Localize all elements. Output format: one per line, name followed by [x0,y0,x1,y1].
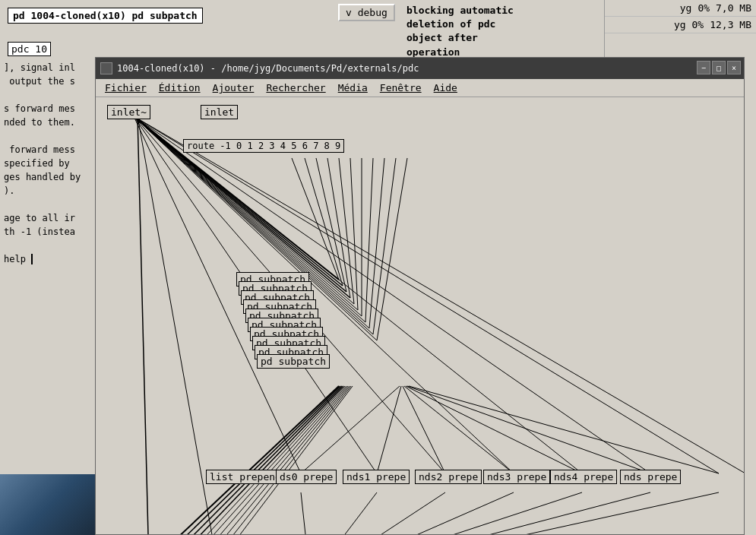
svg-line-28 [179,386,345,534]
menu-aide[interactable]: Aide [428,81,463,95]
stat-label-1: yg [680,2,692,14]
subpatch-titlebar: 1004-cloned(x10) - /home/jyg/Documents/P… [96,58,744,79]
blocking-line3: object after [406,32,478,43]
vdebug-button[interactable]: v debug [338,4,395,21]
menu-rechercher[interactable]: Rechercher [260,81,331,95]
left-text-area: ], signal inl output the s s forward mes… [0,57,99,535]
prepend-ds1[interactable]: nds1 prepe [343,470,410,484]
inlet-object[interactable]: inlet [201,105,238,119]
svg-line-25 [157,386,340,534]
svg-line-36 [403,386,445,473]
menu-edition[interactable]: Édition [153,81,207,95]
svg-line-54 [134,116,719,473]
menu-ajouter[interactable]: Ajouter [207,81,261,95]
prepend-ds3[interactable]: nds3 prepe [483,470,550,484]
svg-line-9 [365,158,373,322]
route-object[interactable]: route -1 0 1 2 3 4 5 6 7 8 9 [183,139,344,153]
svg-line-35 [377,386,401,473]
svg-line-51 [134,116,514,473]
svg-line-2 [292,158,339,280]
svg-line-47 [400,492,719,534]
inlet-tilde-object[interactable]: inlet~ [107,105,150,119]
svg-line-45 [369,492,582,534]
svg-line-34 [301,386,400,473]
svg-line-33 [217,386,353,534]
svg-line-46 [384,492,650,534]
menu-fichier[interactable]: Fichier [99,81,153,95]
svg-line-37 [404,386,514,473]
close-button[interactable]: × [727,61,741,74]
svg-line-6 [339,158,354,304]
subpatch-menubar: Fichier Édition Ajouter Rechercher Média… [96,79,744,97]
svg-line-0 [138,116,149,534]
svg-line-30 [195,386,348,534]
svg-line-11 [373,158,396,334]
subpatch-window: 1004-cloned(x10) - /home/jyg/Documents/P… [95,57,745,535]
subpatch-9[interactable]: pd subpatch [257,354,330,369]
svg-line-41 [301,492,308,534]
stats-area: yg 0% 7,0 MB yg 0% 12,3 MB [604,0,756,57]
restore-button[interactable]: □ [712,61,726,74]
svg-line-40 [409,386,719,473]
svg-line-27 [172,386,343,534]
list-prepend-object[interactable]: list prepend [206,470,285,484]
pdc-label-text: pdc 10 [11,43,47,55]
inlet-tilde-label: inlet~ [111,106,147,118]
minimize-button[interactable]: − [697,61,710,74]
win-controls[interactable]: − □ × [697,61,741,74]
svg-line-10 [369,158,384,328]
svg-line-5 [327,158,350,298]
svg-line-38 [406,386,582,473]
stat-label-2: yg [674,19,686,30]
prepend-ds2[interactable]: nds2 prepe [415,470,482,484]
blocking-line2: deletion of pdc [406,18,495,30]
left-text-content: ], signal inl output the s s forward mes… [4,61,95,266]
svg-line-52 [134,116,582,473]
svg-line-44 [354,492,514,534]
svg-line-29 [187,386,346,534]
subpatch-title-text: 1004-cloned(x10) - /home/jyg/Documents/P… [117,63,419,74]
bottom-image [0,474,99,535]
svg-line-53 [134,116,650,473]
svg-line-42 [324,492,377,534]
svg-line-3 [305,158,343,286]
stat-row-2: yg 0% 12,3 MB [605,17,756,33]
pdc-label: pdc 10 [8,42,51,56]
stat-percent-1: 0% [697,2,710,14]
pd-title: pd 1004-cloned(x10) pd subpatch [8,8,203,24]
stat-row-1: yg 0% 7,0 MB [605,0,756,17]
pd-icon [100,62,112,74]
blocking-line1: blocking automatic [406,5,514,16]
prepend-ds5[interactable]: nds prepe [620,470,681,484]
svg-line-12 [377,158,407,340]
inlet-label: inlet [204,106,234,118]
svg-line-55 [134,116,744,473]
menu-media[interactable]: Média [332,81,374,95]
svg-line-39 [407,386,650,473]
svg-line-31 [202,386,350,534]
svg-line-7 [350,158,358,310]
connections-svg [96,97,744,534]
prepend-ds0[interactable]: ds0 prepe [276,470,337,484]
stat-percent-2: 0% [692,19,704,30]
menu-fenetre[interactable]: Fenêtre [374,81,428,95]
stat-size-1: 7,0 MB [716,2,751,14]
route-label: route -1 0 1 2 3 4 5 6 7 8 9 [187,141,340,151]
svg-line-32 [210,386,351,534]
svg-line-24 [149,386,339,534]
stat-size-2: 12,3 MB [710,19,751,30]
svg-line-4 [316,158,346,292]
prepend-ds4[interactable]: nds4 prepe [550,470,617,484]
vdebug-label: v debug [346,7,387,18]
top-bar: pd 1004-cloned(x10) pd subpatch pdc 10 v… [0,0,756,57]
pd-canvas: inlet~ inlet route -1 0 1 2 3 4 5 6 7 8 … [96,97,744,534]
svg-line-43 [339,492,445,534]
svg-line-26 [164,386,342,534]
blocking-line4: operation [406,46,460,58]
blocking-text: blocking automatic deletion of pdc objec… [406,4,514,59]
pd-title-text: pd 1004-cloned(x10) pd subpatch [13,10,198,21]
